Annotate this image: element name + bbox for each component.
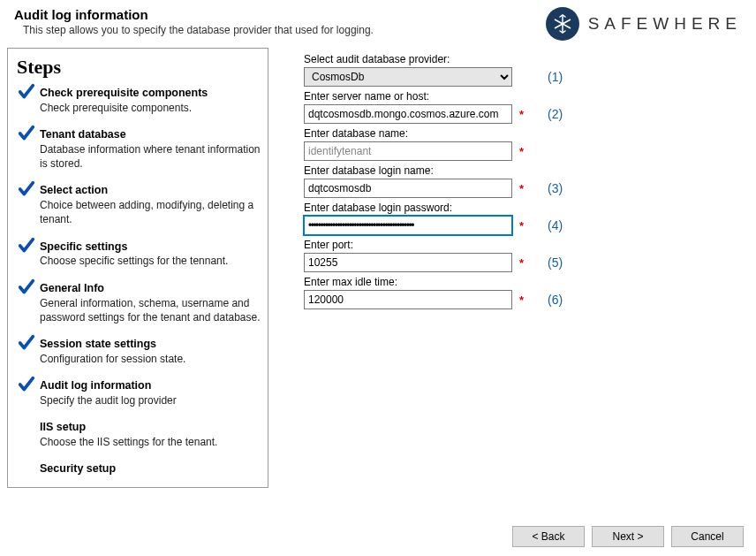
annot-4: (4) (548, 218, 563, 232)
step-item[interactable]: Tenant databaseDatabase information wher… (17, 122, 264, 178)
page-subtitle: This step allows you to specify the data… (23, 24, 546, 36)
steps-title: Steps (8, 49, 268, 80)
back-button[interactable]: < Back (512, 526, 585, 547)
step-desc: Choose the IIS settings for the tenant. (40, 435, 261, 449)
label-dbname: Enter database name: (304, 127, 749, 140)
step-desc: Choice between adding, modifying, deleti… (40, 198, 261, 226)
step-item[interactable]: Specific settingsChoose specific setting… (17, 234, 264, 276)
step-title: Session state settings (40, 337, 261, 352)
required-icon: * (519, 108, 528, 121)
button-bar: < Back Next > Cancel (512, 526, 744, 547)
step-title: Security setup (40, 461, 261, 476)
required-icon: * (519, 182, 528, 195)
label-password: Enter database login password: (304, 202, 749, 214)
annot-6: (6) (548, 293, 563, 307)
password-input[interactable] (304, 216, 512, 235)
label-server: Enter server name or host: (304, 90, 749, 103)
step-desc: Configuration for session state. (40, 352, 261, 366)
step-item[interactable]: General InfoGeneral information, schema,… (17, 276, 264, 331)
brand-text: SAFEWHERE (588, 14, 742, 34)
label-port: Enter port: (304, 239, 749, 251)
step-desc: General information, schema, username an… (40, 296, 261, 324)
required-icon: * (519, 256, 528, 270)
step-item[interactable]: Check prerequisite componentsCheck prere… (17, 80, 264, 122)
annot-3: (3) (548, 181, 563, 195)
brand-logo: SAFEWHERE (546, 7, 742, 41)
header: Audit log information This step allows y… (0, 0, 756, 48)
page-title: Audit log information (14, 7, 546, 22)
idle-input[interactable] (304, 290, 512, 309)
step-desc: Choose specific settings for the tennant… (40, 254, 261, 268)
required-icon: * (519, 293, 528, 307)
server-input[interactable] (304, 104, 512, 124)
step-desc: Choose the security settings for the ten… (40, 476, 261, 478)
dbname-input (304, 141, 512, 161)
step-title: Specific settings (40, 240, 261, 255)
next-button[interactable]: Next > (592, 526, 664, 547)
step-item[interactable]: Select actionChoice between adding, modi… (17, 178, 264, 233)
label-login: Enter database login name: (304, 164, 749, 177)
step-desc: Specify the audit log provider (40, 393, 261, 407)
form-panel: Select audit database provider: CosmosDb… (304, 48, 749, 488)
provider-select[interactable]: CosmosDb (304, 67, 512, 87)
step-title: Audit log information (40, 378, 261, 393)
label-idle: Enter max idle time: (304, 276, 749, 288)
annot-1: (1) (548, 70, 563, 84)
step-desc: Check prerequisite components. (40, 101, 261, 115)
port-input[interactable] (304, 253, 512, 272)
steps-panel: Steps Check prerequisite componentsCheck… (7, 48, 268, 488)
step-item[interactable]: IIS setupChoose the IIS settings for the… (17, 415, 264, 456)
step-item[interactable]: Audit log informationSpecify the audit l… (17, 373, 264, 415)
step-title: IIS setup (40, 420, 261, 435)
step-item[interactable]: Session state settingsConfiguration for … (17, 331, 264, 373)
step-title: Tenant database (40, 127, 261, 142)
login-input[interactable] (304, 179, 512, 198)
snowflake-icon (546, 7, 579, 41)
step-title: Check prerequisite components (40, 86, 261, 101)
step-title: Select action (40, 183, 261, 198)
step-item[interactable]: Security setupChoose the security settin… (17, 456, 264, 478)
step-desc: Database information where tenant inform… (40, 142, 261, 171)
cancel-button[interactable]: Cancel (671, 526, 744, 547)
steps-list[interactable]: Check prerequisite componentsCheck prere… (8, 80, 268, 478)
annot-2: (2) (548, 107, 563, 121)
required-icon: * (519, 219, 528, 232)
required-icon: * (519, 145, 528, 158)
annot-5: (5) (548, 255, 563, 270)
step-title: General Info (40, 281, 261, 296)
label-provider: Select audit database provider: (304, 53, 749, 65)
